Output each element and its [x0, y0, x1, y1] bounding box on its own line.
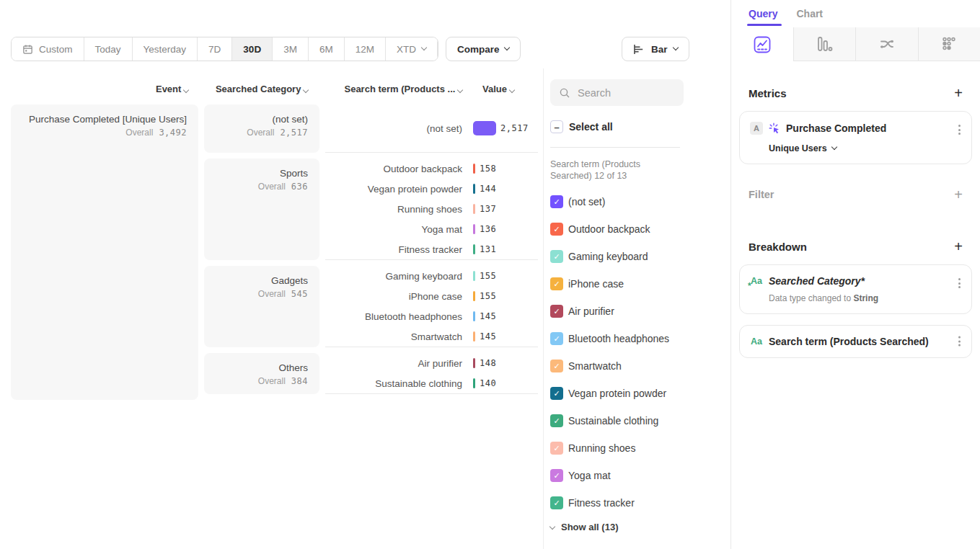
filter-item[interactable]: ✓ Yoga mat — [550, 462, 730, 489]
chart-type-button[interactable]: Bar — [622, 37, 689, 61]
search-term-row[interactable]: Running shoes 137 — [325, 199, 538, 219]
search-term-row[interactable]: Yoga mat 136 — [325, 219, 538, 239]
value-bar[interactable] — [473, 184, 475, 194]
search-term-row[interactable]: Gaming keyboard 155 — [325, 266, 538, 286]
breakdown-menu-button[interactable] — [957, 334, 962, 349]
filter-item-checkbox[interactable]: ✓ — [550, 223, 563, 236]
date-range-button[interactable]: XTD — [386, 37, 438, 61]
date-range-button[interactable]: 12M — [345, 37, 386, 61]
breakdown-card[interactable]: Aa Search term (Products Searched) — [739, 325, 972, 358]
date-range-button[interactable]: 3M — [273, 37, 309, 61]
check-icon: ✓ — [553, 362, 560, 371]
filter-item[interactable]: ✓ Air purifier — [550, 298, 730, 325]
filter-item[interactable]: ✓ Running shoes — [550, 434, 730, 462]
category-cell[interactable]: Gadgets Overall545 — [204, 266, 319, 347]
value-bar[interactable] — [473, 204, 475, 214]
select-all-checkbox[interactable]: – — [550, 120, 563, 133]
filter-item-checkbox[interactable]: ✓ — [550, 305, 563, 318]
add-breakdown-button[interactable]: + — [954, 239, 963, 254]
show-all-toggle[interactable]: Show all (13) — [550, 522, 730, 532]
filter-item[interactable]: ✓ (not set) — [550, 188, 730, 215]
search-input[interactable] — [578, 87, 675, 99]
date-range-button[interactable]: 7D — [198, 37, 232, 61]
breakdown-section-title: Breakdown — [749, 241, 807, 253]
category-cell[interactable]: Sports Overall636 — [204, 159, 319, 260]
value-bar[interactable] — [473, 331, 475, 342]
value-text: 140 — [480, 378, 496, 388]
search-term-row[interactable]: Outdoor backpack 158 — [325, 159, 538, 179]
date-range-button[interactable]: 30D — [232, 37, 273, 61]
date-range-button[interactable]: Yesterday — [133, 37, 198, 61]
filter-item[interactable]: ✓ iPhone case — [550, 270, 730, 298]
select-all-control[interactable]: – Select all — [550, 118, 730, 135]
breakdown-card[interactable]: Aa Searched Category* Data type changed … — [739, 264, 972, 314]
filter-item-checkbox[interactable]: ✓ — [550, 195, 563, 208]
chevron-down-icon — [831, 144, 836, 150]
filter-item[interactable]: ✓ Fitness tracker — [550, 489, 730, 517]
event-spark-icon — [769, 122, 780, 134]
add-filter-button[interactable]: + — [954, 187, 963, 202]
search-term-row[interactable]: Bluetooth headphones 145 — [325, 306, 538, 326]
column-header-search-term[interactable]: Search term (Products ... — [325, 84, 462, 94]
tab-flows[interactable] — [855, 27, 918, 61]
filter-item[interactable]: ✓ Smartwatch — [550, 352, 730, 380]
filter-item[interactable]: ✓ Outdoor backpack — [550, 215, 730, 243]
date-range-label: 12M — [356, 44, 374, 55]
date-range-label: 7D — [208, 44, 221, 55]
sidebar-tab[interactable]: Chart — [796, 8, 823, 19]
value-bar[interactable] — [473, 121, 496, 135]
column-header-event[interactable]: Event — [11, 84, 198, 94]
add-metric-button[interactable]: + — [954, 86, 963, 100]
date-range-button[interactable]: Custom — [12, 37, 84, 61]
tab-insights[interactable] — [731, 27, 793, 61]
filter-item[interactable]: ✓ Bluetooth headphones — [550, 325, 730, 352]
tab-funnels[interactable] — [793, 27, 856, 61]
value-bar[interactable] — [473, 291, 475, 301]
search-term-row[interactable]: Vegan protein powder 144 — [325, 179, 538, 199]
value-bar[interactable] — [473, 311, 475, 321]
filter-item-checkbox[interactable]: ✓ — [550, 442, 563, 455]
value-bar[interactable] — [473, 224, 475, 234]
search-term-row[interactable]: Sustainable clothing 140 — [325, 373, 538, 393]
filter-item[interactable]: ✓ Sustainable clothing — [550, 407, 730, 434]
filter-item[interactable]: ✓ Gaming keyboard — [550, 243, 730, 270]
value-bar[interactable] — [473, 244, 475, 254]
chevron-down-icon — [457, 87, 463, 93]
insights-icon — [753, 35, 772, 54]
filter-item-checkbox[interactable]: ✓ — [550, 496, 563, 509]
tab-retention[interactable] — [918, 27, 980, 61]
search-term-row[interactable]: (not set) 2,517 — [325, 118, 538, 138]
value-bar[interactable] — [473, 271, 475, 281]
search-term-row[interactable]: Fitness tracker 131 — [325, 239, 538, 259]
category-cell[interactable]: Others Overall384 — [204, 353, 319, 394]
sidebar-tab[interactable]: Query — [749, 8, 777, 19]
value-bar[interactable] — [473, 358, 475, 368]
date-range-button[interactable]: 6M — [309, 37, 345, 61]
search-term-row[interactable]: Smartwatch 145 — [325, 326, 538, 347]
check-icon: ✓ — [553, 280, 560, 289]
compare-button[interactable]: Compare — [446, 37, 521, 61]
filter-item-checkbox[interactable]: ✓ — [550, 360, 563, 372]
measurement-dropdown[interactable]: Unique Users — [769, 143, 961, 153]
filter-item-checkbox[interactable]: ✓ — [550, 387, 563, 400]
search-term-row[interactable]: Air purifier 148 — [325, 353, 538, 373]
metric-card[interactable]: A Purchase Completed Unique Users — [739, 111, 972, 164]
filter-item-checkbox[interactable]: ✓ — [550, 414, 563, 427]
filter-item-checkbox[interactable]: ✓ — [550, 277, 563, 290]
filter-item-label: Running shoes — [568, 442, 635, 454]
search-term-row[interactable]: iPhone case 155 — [325, 286, 538, 306]
metric-menu-button[interactable] — [957, 122, 962, 138]
column-header-searched-category[interactable]: Searched Category — [204, 84, 319, 94]
breakdown-menu-button[interactable] — [957, 276, 962, 291]
filter-item-checkbox[interactable]: ✓ — [550, 250, 563, 263]
column-header-value[interactable]: Value — [482, 84, 514, 94]
category-cell[interactable]: (not set) Overall2,517 — [204, 104, 319, 153]
filter-item-checkbox[interactable]: ✓ — [550, 469, 563, 482]
filter-item[interactable]: ✓ Vegan protein powder — [550, 380, 730, 407]
value-bar[interactable] — [473, 378, 475, 388]
date-range-button[interactable]: Today — [84, 37, 133, 61]
value-bar[interactable] — [473, 164, 475, 174]
search-box — [550, 79, 684, 106]
event-cell[interactable]: Purchase Completed [Unique Users] Overal… — [11, 104, 198, 400]
filter-item-checkbox[interactable]: ✓ — [550, 332, 563, 345]
